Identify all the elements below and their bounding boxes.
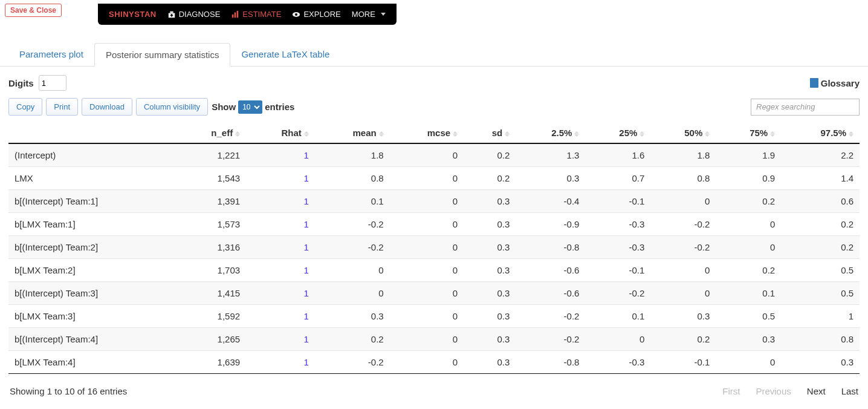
tab-parameters-plot[interactable]: Parameters plot bbox=[8, 43, 94, 66]
cell-n_eff: 1,592 bbox=[175, 305, 246, 328]
cell-rhat: 1 bbox=[246, 259, 315, 282]
cell-p25: -0.2 bbox=[585, 282, 650, 305]
cell-mean: -0.2 bbox=[315, 351, 390, 374]
svg-rect-1 bbox=[170, 11, 173, 13]
summary-table: n_effRhatmeanmcsesd2.5%25%50%75%97.5% (I… bbox=[8, 123, 860, 374]
sort-icon bbox=[849, 131, 853, 137]
cell-p2_5: 0.3 bbox=[516, 167, 585, 190]
cell-p2_5: -0.6 bbox=[516, 259, 585, 282]
col-header[interactable]: 25% bbox=[585, 123, 650, 143]
cell-p97_5: 0.5 bbox=[781, 282, 860, 305]
cell-p75: 0.3 bbox=[716, 328, 781, 351]
cell-p75: 0 bbox=[716, 236, 781, 259]
cell-rhat: 1 bbox=[246, 213, 315, 236]
cell-sd: 0.2 bbox=[464, 167, 516, 190]
tab-generate-latex[interactable]: Generate LaTeX table bbox=[230, 43, 340, 66]
cell-p97_5: 0.6 bbox=[781, 190, 860, 213]
cell-mean: 0.3 bbox=[315, 305, 390, 328]
table-row: (Intercept)1,22111.800.21.31.61.81.92.2 bbox=[8, 143, 860, 167]
download-button[interactable]: Download bbox=[82, 98, 132, 116]
nav-explore[interactable]: EXPLORE bbox=[292, 10, 340, 19]
cell-n_eff: 1,573 bbox=[175, 213, 246, 236]
cell-p97_5: 0.3 bbox=[781, 351, 860, 374]
sort-icon bbox=[453, 131, 458, 137]
cell-mean: 0.1 bbox=[315, 190, 390, 213]
cell-param: b[(Intercept) Team:4] bbox=[8, 328, 175, 351]
show-label: Show bbox=[212, 102, 236, 112]
svg-rect-6 bbox=[237, 10, 239, 17]
col-header[interactable]: 75% bbox=[716, 123, 781, 143]
nav-more-label: MORE bbox=[352, 10, 375, 19]
nav-diagnose-label: DIAGNOSE bbox=[179, 10, 221, 19]
nav-estimate[interactable]: ESTIMATE bbox=[231, 10, 281, 19]
cell-sd: 0.3 bbox=[464, 328, 516, 351]
cell-rhat: 1 bbox=[246, 282, 315, 305]
col-header[interactable]: 2.5% bbox=[516, 123, 585, 143]
svg-rect-5 bbox=[235, 12, 236, 18]
cell-param: b[LMX Team:2] bbox=[8, 259, 175, 282]
tab-bar: Parameters plot Posterior summary statis… bbox=[0, 43, 868, 67]
col-header[interactable]: 50% bbox=[650, 123, 716, 143]
col-header[interactable] bbox=[8, 123, 175, 143]
glossary-label: Glossary bbox=[821, 78, 860, 88]
cell-p97_5: 1.4 bbox=[781, 167, 860, 190]
sort-icon bbox=[574, 131, 579, 137]
table-row: b[LMX Team:2]1,7031000.3-0.6-0.100.20.5 bbox=[8, 259, 860, 282]
page-previous[interactable]: Previous bbox=[756, 386, 791, 396]
entries-suffix: entries bbox=[265, 102, 294, 112]
page-next[interactable]: Next bbox=[807, 386, 826, 396]
table-row: b[(Intercept) Team:3]1,4151000.3-0.6-0.2… bbox=[8, 282, 860, 305]
cell-p25: -0.3 bbox=[585, 213, 650, 236]
cell-p50: -0.2 bbox=[650, 236, 716, 259]
cell-n_eff: 1,703 bbox=[175, 259, 246, 282]
cell-n_eff: 1,316 bbox=[175, 236, 246, 259]
col-header[interactable]: 97.5% bbox=[781, 123, 860, 143]
cell-p50: 0.8 bbox=[650, 167, 716, 190]
column-visibility-button[interactable]: Column visibility bbox=[136, 98, 208, 116]
nav-diagnose[interactable]: DIAGNOSE bbox=[167, 10, 221, 19]
page-last[interactable]: Last bbox=[841, 386, 858, 396]
cell-p97_5: 1 bbox=[781, 305, 860, 328]
cell-sd: 0.2 bbox=[464, 143, 516, 167]
nav-more[interactable]: MORE bbox=[352, 10, 386, 19]
save-close-button[interactable]: Save & Close bbox=[5, 4, 62, 17]
print-button[interactable]: Print bbox=[46, 98, 78, 116]
sort-icon bbox=[770, 131, 775, 137]
col-header[interactable]: n_eff bbox=[175, 123, 246, 143]
cell-p97_5: 0.5 bbox=[781, 259, 860, 282]
cell-mean: -0.2 bbox=[315, 236, 390, 259]
cell-param: b[(Intercept) Team:2] bbox=[8, 236, 175, 259]
cell-rhat: 1 bbox=[246, 305, 315, 328]
eye-icon bbox=[292, 10, 300, 19]
cell-mcse: 0 bbox=[390, 236, 464, 259]
cell-p25: 0 bbox=[585, 328, 650, 351]
page-first[interactable]: First bbox=[722, 386, 740, 396]
medkit-icon bbox=[167, 10, 176, 19]
cell-p25: 1.6 bbox=[585, 143, 650, 167]
copy-button[interactable]: Copy bbox=[8, 98, 42, 116]
cell-p2_5: -0.6 bbox=[516, 282, 585, 305]
cell-mean: 0.8 bbox=[315, 167, 390, 190]
tab-posterior-summary[interactable]: Posterior summary statistics bbox=[94, 43, 231, 67]
cell-sd: 0.3 bbox=[464, 213, 516, 236]
cell-p50: 1.8 bbox=[650, 143, 716, 167]
col-header[interactable]: Rhat bbox=[246, 123, 315, 143]
cell-n_eff: 1,221 bbox=[175, 143, 246, 167]
cell-param: b[(Intercept) Team:1] bbox=[8, 190, 175, 213]
col-header[interactable]: sd bbox=[464, 123, 516, 143]
search-input[interactable] bbox=[751, 99, 860, 116]
cell-mcse: 0 bbox=[390, 259, 464, 282]
cell-mean: 0 bbox=[315, 259, 390, 282]
glossary-toggle[interactable]: Glossary bbox=[810, 78, 860, 88]
entries-select[interactable]: 10 bbox=[238, 100, 262, 114]
cell-rhat: 1 bbox=[246, 328, 315, 351]
col-header[interactable]: mean bbox=[315, 123, 390, 143]
cell-p75: 0.9 bbox=[716, 167, 781, 190]
digits-input[interactable] bbox=[39, 75, 66, 91]
pagination: First Previous Next Last bbox=[722, 386, 858, 396]
col-header[interactable]: mcse bbox=[390, 123, 464, 143]
cell-p25: -0.1 bbox=[585, 259, 650, 282]
cell-rhat: 1 bbox=[246, 190, 315, 213]
cell-sd: 0.3 bbox=[464, 351, 516, 374]
table-row: b[LMX Team:1]1,5731-0.200.3-0.9-0.3-0.20… bbox=[8, 213, 860, 236]
